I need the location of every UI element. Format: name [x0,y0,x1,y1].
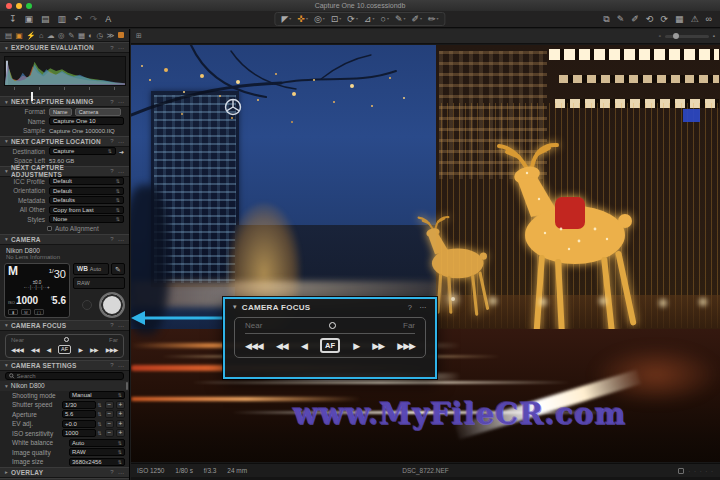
copy-adjustments-icon[interactable]: ✎ [617,12,625,26]
overlay-header[interactable]: ▸ OVERLAY ? ⋯ [0,467,129,478]
focus-near-large-button[interactable]: ◀◀◀ [245,341,263,351]
shutter-speed-value[interactable]: 1/30 [62,401,96,409]
settings-group-nikon-d800[interactable]: ▾ Nikon D800 [0,381,129,391]
next-capture-adjustments-header[interactable]: ▾ NEXT CAPTURE ADJUSTMENTS ? ⋯ [0,166,129,177]
image-size-select[interactable]: 3680x2456⇅ [69,458,125,466]
autofocus-button[interactable]: AF [58,345,71,354]
ev-minus-button[interactable]: − [105,420,114,428]
rotate-cw-icon[interactable]: ⟳ [660,12,668,26]
tab-metadata-icon[interactable]: ◷ [97,31,104,40]
panel-menu-icon[interactable]: ⋯ [118,362,124,369]
trash-icon[interactable]: ▥ [58,12,67,26]
token-camera-counter[interactable]: Camera Counter [75,108,121,116]
focus-far-medium-button[interactable]: ▶▶ [372,341,384,351]
erase-mask-tool-icon[interactable]: ✐▾ [411,12,422,26]
file-format-box[interactable]: RAW [73,277,125,289]
panel-menu-icon[interactable]: ⋯ [118,44,124,51]
focus-far-small-button[interactable]: ▶ [353,341,359,351]
draw-mask-tool-icon[interactable]: ✎▾ [395,12,406,26]
panel-menu-icon[interactable]: ⋯ [118,322,124,329]
live-view-button[interactable] [82,300,92,310]
search-input[interactable] [17,373,120,379]
focus-near-small-button[interactable]: ◀ [301,341,307,351]
help-icon[interactable]: ? [110,99,114,105]
zoom-out-icon[interactable]: ▫ [659,33,661,39]
tab-library-icon[interactable]: ▤ [5,31,12,40]
iso-minus-button[interactable]: − [105,429,114,437]
camera-focus-header[interactable]: ▾ CAMERA FOCUS ? ⋯ [0,320,129,331]
goto-folder-icon[interactable]: ➔ [119,148,124,155]
auto-alignment-checkbox[interactable] [47,226,52,231]
annotations-icon[interactable]: A [105,12,111,26]
autofocus-button[interactable]: AF [320,338,340,353]
thumbnail-toggle-icon[interactable] [678,468,684,474]
tab-more-icon[interactable]: ≫ [107,31,115,40]
panel-menu-icon[interactable]: ⋯ [118,469,124,476]
camera-header[interactable]: ▾ CAMERA ? ⋯ [0,234,129,245]
panel-menu-icon[interactable]: ⋯ [118,138,124,145]
token-name[interactable]: Name [49,108,72,116]
straighten-tool-icon[interactable]: ⊿▾ [364,12,375,26]
rating-dots[interactable]: · · · · · [688,468,714,474]
updown-icon[interactable]: ⇅ [96,411,103,417]
exposure-warning-icon[interactable]: ⚠ [691,12,699,26]
focus-far-small-button[interactable]: ▶ [78,346,82,353]
exposure-evaluation-header[interactable]: ▾ EXPOSURE EVALUATION ? ⋯ [0,42,129,53]
viewer-mode-icon[interactable]: ⊞ [136,32,142,40]
name-input[interactable]: Capture One 10 [49,117,124,125]
focus-near-medium-button[interactable]: ◀◀ [31,346,39,353]
camera-focus-panel-header[interactable]: ▾ CAMERA FOCUS ? ⋯ [225,299,435,315]
tab-details-icon[interactable]: ▦ [78,31,85,40]
updown-icon[interactable]: ⇅ [96,421,103,427]
aperture-minus-button[interactable]: − [105,410,114,418]
iso-value[interactable]: 1000 [62,429,96,437]
white-balance-box[interactable]: WBAuto [73,263,109,275]
undo-icon[interactable]: ↶ [74,12,82,26]
tab-adjustments-icon[interactable]: ◐ [89,31,94,40]
ev-adj-value[interactable]: +0.0 [62,420,96,428]
orientation-select[interactable]: Default⇅ [49,187,124,195]
duplicate-icon[interactable]: ⧉ [603,12,609,26]
all-other-select[interactable]: Copy from Last⇅ [49,206,124,214]
help-icon[interactable]: ? [408,303,412,312]
focus-far-large-button[interactable]: ▶▶▶ [397,341,415,351]
help-icon[interactable]: ? [110,138,114,144]
gradient-mask-tool-icon[interactable]: ✏▾ [428,12,439,26]
panel-menu-icon[interactable]: ⋯ [118,236,124,243]
help-icon[interactable]: ? [110,469,114,475]
zoom-slider-knob[interactable] [673,33,679,39]
crop-tool-icon[interactable]: ⊡▾ [331,12,342,26]
help-icon[interactable]: ? [110,362,114,368]
camera-settings-header[interactable]: ▾ CAMERA SETTINGS ? ⋯ [0,360,129,371]
capture-shutter-button[interactable] [99,292,125,318]
aperture-value[interactable]: 5.6 [62,410,96,418]
tab-tether-icon[interactable]: ⚡ [26,31,35,40]
icc-profile-select[interactable]: Default⇅ [49,177,124,185]
focus-far-large-button[interactable]: ▶▶▶ [106,346,118,353]
image-quality-select[interactable]: RAW⇅ [69,448,125,456]
rotate-ccw-icon[interactable]: ⟲ [646,12,654,26]
proof-view-icon[interactable]: ▦ [675,12,684,26]
rotate-tool-icon[interactable]: ⟳▾ [347,12,358,26]
tab-capture-icon[interactable]: ▣ [16,31,23,40]
zoom-in-icon[interactable]: ▪ [713,33,715,39]
tab-exposure-icon[interactable]: ☁ [47,31,55,40]
export-icon[interactable]: ▤ [41,12,50,26]
spot-tool-icon[interactable]: ○▾ [380,12,388,26]
white-balance-select[interactable]: Auto⇅ [69,439,125,447]
panel-menu-icon[interactable]: ⋯ [118,168,124,175]
tab-composition-icon[interactable]: ✎ [68,31,74,40]
shutter-plus-button[interactable]: + [116,401,125,409]
shooting-mode-select[interactable]: Manual⇅ [69,391,125,399]
redo-icon[interactable]: ↷ [90,12,98,26]
loupe-tool-icon[interactable]: ◎▾ [314,12,325,26]
pan-tool-icon[interactable]: ✜▾ [297,12,308,26]
settings-search-field[interactable] [5,372,124,380]
tab-quick-icon[interactable]: ⌂ [39,31,44,40]
aperture-plus-button[interactable]: + [116,410,125,418]
wb-pick-icon[interactable]: ✎ [111,263,125,275]
focus-near-large-button[interactable]: ◀◀◀ [11,346,23,353]
focus-far-medium-button[interactable]: ▶▶ [90,346,98,353]
shutter-minus-button[interactable]: − [105,401,114,409]
tab-lens-icon[interactable]: ◎ [58,31,65,40]
